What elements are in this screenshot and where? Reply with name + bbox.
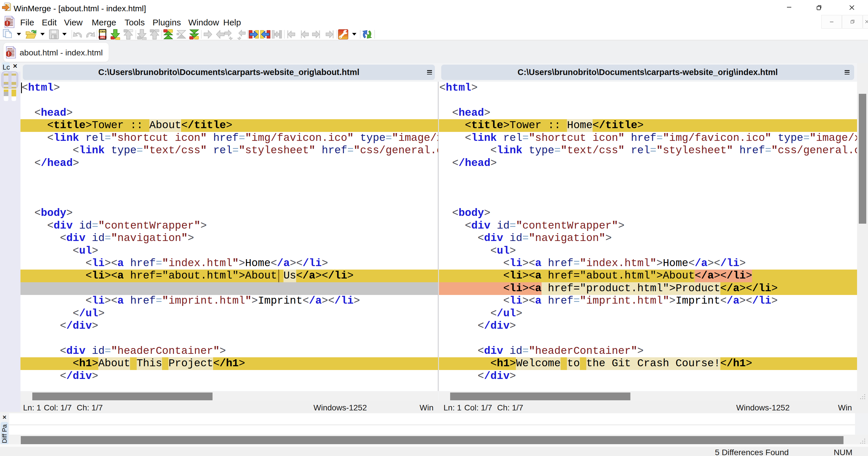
svg-text:ABC: ABC [100,36,105,39]
svg-text:CBA: CBA [100,30,105,33]
